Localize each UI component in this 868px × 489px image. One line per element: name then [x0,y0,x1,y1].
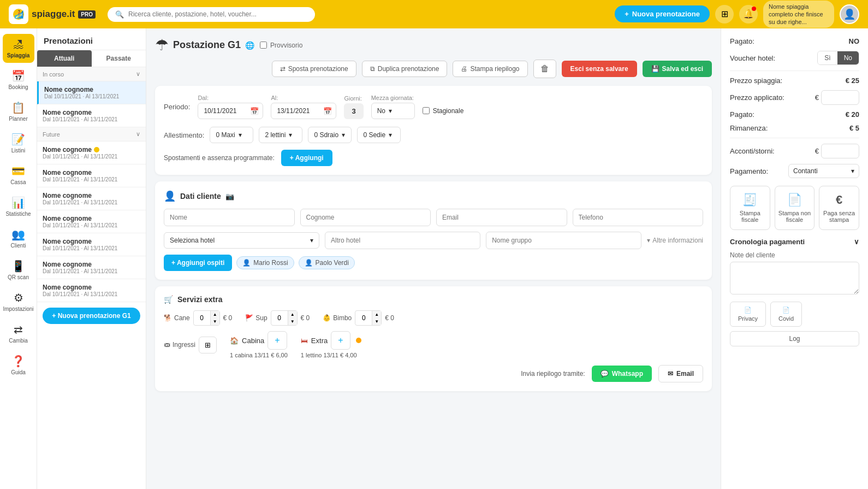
cane-down-btn[interactable]: ▼ [210,318,219,325]
sup-item: 🚩 Sup ▲ ▼ € 0 [245,310,310,326]
booking-item[interactable]: Nome cognome Dal 10/11/2021 · Al 13/11/2… [37,233,146,256]
sup-up-btn[interactable]: ▲ [288,311,297,318]
al-input-wrap: 📅 [271,103,336,119]
allestimento-maxi[interactable]: 0 Maxi ▾ [210,127,253,143]
stampa-btn[interactable]: 🖨 Stampa riepilogo [453,61,527,77]
guida-icon: ❓ [11,355,25,368]
bimbo-down-btn[interactable]: ▼ [372,318,381,325]
cane-up-btn[interactable]: ▲ [210,311,219,318]
sidebar-item-cassa[interactable]: 💳 Cassa [3,160,34,190]
cane-qty[interactable] [194,312,210,324]
new-spot-btn[interactable]: + Nuova prenotazione G1 [43,308,140,324]
booking-icon: 📅 [11,69,25,83]
add-guests-btn[interactable]: + Aggiungi ospiti [164,255,232,271]
allestimento-sdraio[interactable]: 0 Sdraio ▾ [308,127,352,143]
sup-qty[interactable] [271,312,288,324]
note-textarea[interactable] [730,262,859,294]
guest-tag: 👤 Mario Rossi [236,256,294,269]
new-booking-btn[interactable]: + Nuova prenotazione [615,5,710,22]
telefono-input[interactable] [573,209,704,226]
sidebar-item-statistiche[interactable]: 📊 Statistiche [3,192,34,221]
stagionale-checkbox[interactable] [423,107,430,114]
sidebar-item-guida[interactable]: ❓ Guida [3,350,34,380]
exit-nosave-btn[interactable]: Esci senza salvare [562,61,637,77]
bimbo-item: 👶 Bimbo ▲ ▼ € 0 [323,310,394,326]
delete-btn[interactable]: 🗑 [533,60,556,78]
cronologia-header[interactable]: Cronologia pagamenti ∨ [730,238,859,246]
privacy-btn[interactable]: 📄 Privacy [730,302,766,327]
booking-item[interactable]: Nome cognome Dal 10/11/2021 · Al 13/11/2… [37,187,146,210]
sidebar-item-listini[interactable]: 📝 Listini [3,128,34,158]
servizi-extra-card: 🛒 Servizi extra 🐕 Cane ▲ ▼ [155,286,712,391]
pagamento-select[interactable]: Contanti ▾ [788,164,859,178]
hotel-select[interactable]: Seleziona hotel ▾ [164,232,319,249]
email-input[interactable] [436,209,567,226]
voucher-si-btn[interactable]: Sì [818,51,837,64]
sidebar-item-booking[interactable]: 📅 Booking [3,65,34,95]
globe-icon[interactable]: 🌐 [245,41,254,50]
duplica-btn[interactable]: ⧉ Duplica prenotazione [362,61,448,77]
tab-attuali[interactable]: Attuali [37,50,92,67]
provvisorio-checkbox[interactable] [260,42,267,49]
voucher-no-btn[interactable]: No [837,51,859,64]
search-bar[interactable]: 🔍 [108,7,315,22]
acconti-input[interactable] [821,144,859,158]
sidebar-item-clienti[interactable]: 👥 Clienti [3,223,34,253]
log-btn[interactable]: Log [730,331,859,346]
sposta-btn[interactable]: ⇄ Sposta prenotazione [272,61,356,77]
save-exit-btn[interactable]: 💾 Salva ed esci [643,61,712,77]
altre-info[interactable]: ▾ Altre informazioni [647,237,703,244]
booking-item[interactable]: Nome cognome Dal 10/11/2021 · Al 13/11/2… [37,104,146,127]
booking-item[interactable]: Nome cognome Dal 10/11/2021 · Al 13/11/2… [37,142,146,164]
statistiche-icon: 📊 [11,196,25,209]
plus-icon: + [625,10,629,18]
gruppo-input[interactable] [486,232,641,249]
booking-item[interactable]: Nome cognome Dal 10/11/2021 · Al 13/11/2… [37,279,146,302]
search-input[interactable] [128,10,307,18]
stampa-non-fiscale-btn[interactable]: 📄 Stampa non fiscale [775,186,815,230]
sidebar-item-cambia[interactable]: ⇄ Cambia [3,319,34,348]
section-future[interactable]: Future ∨ [37,127,146,142]
booking-item[interactable]: Nome cognome Dal 10/11/2021 · Al 13/11/2… [37,81,146,104]
whatsapp-btn[interactable]: 💬 Whatsapp [592,366,652,382]
tab-passate[interactable]: Passate [92,50,146,67]
bimbo-up-btn[interactable]: ▲ [372,311,381,318]
sidebar-item-qrscan[interactable]: 📱 QR scan [3,255,34,285]
cliente-grid-2: Seleziona hotel ▾ ▾ Altre informazioni [164,232,703,249]
covid-btn[interactable]: 📄 Covid [770,302,802,327]
bimbo-qty[interactable] [355,312,372,324]
cognome-input[interactable] [300,209,431,226]
grid-icon-btn[interactable]: ⊞ [715,5,734,23]
cliente-icon: 👤 [164,190,176,202]
sup-down-btn[interactable]: ▼ [288,318,297,325]
giorni-group: Giorni: 3 [344,95,363,119]
sidebar-item-planner[interactable]: 📋 Planner [3,97,34,126]
sidebar-item-spiaggia[interactable]: 🏖 Spiaggia [3,34,34,63]
dal-label: Dal: [198,95,263,101]
chevron-down-icon: ▾ [389,107,392,115]
paga-senza-stampa-btn[interactable]: € Paga senza stampa [819,186,859,230]
bookings-tab-row: Attuali Passate [37,50,146,67]
altro-hotel-input[interactable] [325,232,480,249]
section-ongoing[interactable]: In corso ∨ [37,67,146,81]
cane-item: 🐕 Cane ▲ ▼ € 0 [164,310,232,326]
allestimento-sedie[interactable]: 0 Sedie ▾ [357,127,401,143]
cabina-add-btn[interactable]: + [267,331,287,350]
mezza-select[interactable]: No ▾ [371,103,415,119]
booking-item[interactable]: Nome cognome Dal 10/11/2021 · Al 13/11/2… [37,256,146,279]
extra-add-btn[interactable]: + [331,331,350,350]
ingressi-grid-btn[interactable]: ⊞ [199,337,217,354]
stampa-fiscale-btn[interactable]: 🧾 Stampa fiscale [730,186,770,230]
booking-item[interactable]: Nome cognome Dal 10/11/2021 · Al 13/11/2… [37,210,146,233]
allestimento-lettini[interactable]: 2 lettini ▾ [259,127,302,143]
aggiungi-btn[interactable]: + Aggiungi [281,150,332,166]
bell-icon-btn[interactable]: 🔔 [739,5,758,23]
booking-item[interactable]: Nome cognome Dal 10/11/2021 · Al 13/11/2… [37,164,146,187]
sidebar-item-impostazioni[interactable]: ⚙ Impostazioni [3,287,34,316]
yellow-dot [94,147,99,152]
email-btn[interactable]: ✉ Email [658,365,703,382]
nome-input[interactable] [164,209,295,226]
stagionale-row: Stagionale [423,107,464,115]
right-panel: Pagato: NO Voucher hotel: Sì No Prezzo s… [721,28,868,489]
prezzo-applicato-input[interactable] [821,90,859,105]
